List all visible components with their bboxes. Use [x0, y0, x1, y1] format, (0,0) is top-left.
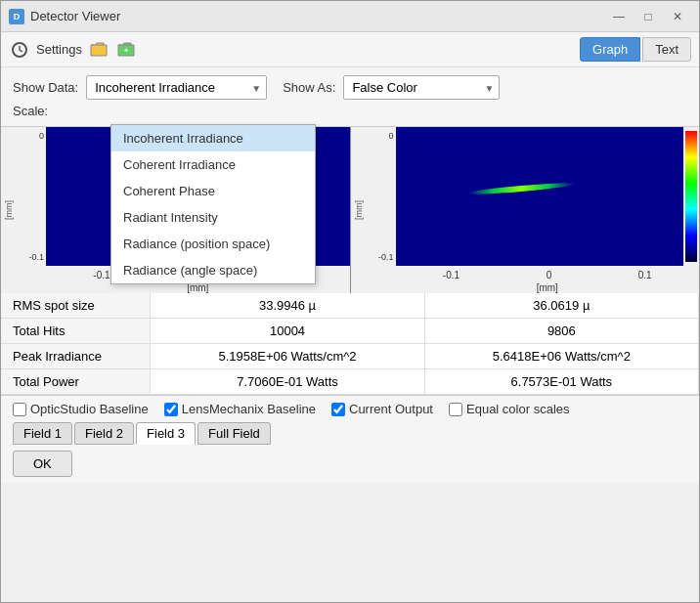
- right-y-ticks: 0 -0.1: [367, 127, 396, 266]
- graph-view-button[interactable]: Graph: [580, 37, 640, 62]
- show-data-select[interactable]: Incoherent Irradiance Coherent Irradianc…: [86, 75, 267, 100]
- bottom-area: OpticStudio Baseline LensMechanix Baseli…: [1, 395, 699, 483]
- show-data-menu: Incoherent Irradiance Coherent Irradianc…: [110, 124, 316, 284]
- row-col1: 5.1958E+06 Watts/cm^2: [151, 344, 424, 369]
- right-x-tick-1: 0: [547, 270, 552, 280]
- left-y-unit-label: [mm]: [1, 127, 17, 293]
- checkbox-optic-studio[interactable]: [13, 403, 26, 416]
- checkbox-group-optic-studio: OpticStudio Baseline: [13, 402, 149, 416]
- row-col1: 33.9946 µ: [151, 293, 424, 319]
- tab-field-3[interactable]: Field 3: [136, 422, 196, 445]
- right-chart-bg: [396, 127, 684, 266]
- right-y-tick-1: -0.1: [369, 252, 394, 262]
- right-x-ticks: -0.1 0 0.1: [396, 268, 700, 282]
- left-y-ticks: 0 -0.1: [17, 127, 46, 266]
- checkbox-label-lensmechanix: LensMechanix Baseline: [182, 402, 316, 416]
- settings-icon[interactable]: [9, 39, 30, 61]
- right-chart: [mm] 0 -0.1 -0.1: [351, 127, 700, 293]
- app-icon: D: [9, 9, 24, 24]
- right-y-tick-0: 0: [369, 131, 394, 141]
- close-button[interactable]: ✕: [664, 6, 691, 27]
- row-col2: 36.0619 µ: [424, 293, 698, 319]
- checkbox-group-lensmechanix: LensMechanix Baseline: [164, 402, 316, 416]
- menu-item-incoherent-irradiance[interactable]: Incoherent Irradiance: [111, 125, 315, 151]
- row-label: Total Power: [1, 369, 151, 395]
- show-as-select[interactable]: False Color: [343, 75, 500, 100]
- row-col2: 6.7573E-01 Watts: [424, 369, 698, 395]
- left-y-tick-1: -0.1: [19, 252, 44, 262]
- data-table: RMS spot size 33.9946 µ 36.0619 µ Total …: [1, 293, 699, 395]
- menu-item-radiance-position[interactable]: Radiance (position space): [111, 231, 315, 257]
- tab-field-1[interactable]: Field 1: [13, 422, 72, 445]
- table-row: Total Power 7.7060E-01 Watts 6.7573E-01 …: [1, 369, 699, 395]
- scale-row: Scale:: [13, 104, 687, 118]
- maximize-button[interactable]: □: [634, 6, 662, 27]
- checkbox-lensmechanix[interactable]: [164, 403, 178, 416]
- show-as-dropdown[interactable]: False Color ▼: [343, 75, 500, 100]
- checkbox-group-current-output: Current Output: [331, 402, 433, 416]
- show-data-group: Show Data: Incoherent Irradiance Coheren…: [13, 75, 267, 100]
- toolbar: Settings + Graph Text: [1, 32, 699, 67]
- row-col2: 9806: [424, 319, 698, 344]
- ok-button[interactable]: OK: [13, 451, 72, 477]
- tabs-row: Field 1Field 2Field 3Full Field: [13, 422, 687, 445]
- tabs-container: Field 1Field 2Field 3Full Field: [13, 422, 271, 445]
- settings-label: Settings: [36, 42, 82, 57]
- row-col2: 5.6418E+06 Watts/cm^2: [424, 344, 698, 369]
- right-colorbar: [685, 131, 697, 262]
- table-row: Total Hits 10004 9806: [1, 319, 699, 344]
- menu-item-coherent-phase[interactable]: Coherent Phase: [111, 178, 315, 204]
- checkbox-label-equal-color: Equal color scales: [466, 402, 570, 416]
- row-label: Peak Irradiance: [1, 344, 151, 369]
- window-controls: — □ ✕: [605, 6, 691, 27]
- charts-area: [mm] 0 -0.1 -0.1 0 0.1: [1, 127, 699, 293]
- show-data-label: Show Data:: [13, 80, 78, 95]
- left-x-tick-0: -0.1: [93, 270, 109, 280]
- view-toggle: Graph Text: [580, 37, 691, 62]
- scale-label: Scale:: [13, 104, 48, 118]
- svg-text:+: +: [124, 46, 129, 55]
- main-window: D Detector Viewer — □ ✕ Settings + Graph…: [0, 0, 700, 603]
- menu-item-coherent-irradiance[interactable]: Coherent Irradiance: [111, 151, 315, 178]
- show-as-label: Show As:: [283, 80, 335, 95]
- right-x-axis-area: -0.1 0 0.1 [mm]: [367, 266, 700, 293]
- window-title: Detector Viewer: [30, 9, 605, 23]
- folder-open-icon[interactable]: [88, 39, 109, 61]
- menu-item-radiance-angle[interactable]: Radiance (angle space): [111, 257, 315, 283]
- row-col1: 7.7060E-01 Watts: [151, 369, 424, 395]
- checkbox-equal-color[interactable]: [449, 403, 462, 416]
- show-as-group: Show As: False Color ▼: [283, 75, 500, 100]
- right-beam-spot: [467, 181, 575, 196]
- controls-area: Show Data: Incoherent Irradiance Coheren…: [1, 67, 699, 127]
- row-label: Total Hits: [1, 319, 151, 344]
- menu-item-radiant-intensity[interactable]: Radiant Intensity: [111, 204, 315, 231]
- row-label: RMS spot size: [1, 293, 151, 319]
- show-data-dropdown[interactable]: Incoherent Irradiance Coherent Irradianc…: [86, 75, 267, 100]
- checkbox-group-equal-color: Equal color scales: [449, 402, 570, 416]
- controls-row-1: Show Data: Incoherent Irradiance Coheren…: [13, 75, 687, 100]
- right-y-unit-label: [mm]: [351, 127, 367, 293]
- toolbar-left: Settings +: [9, 39, 574, 61]
- left-y-tick-0: 0: [19, 131, 44, 141]
- minimize-button[interactable]: —: [605, 6, 633, 27]
- checkboxes-container: OpticStudio Baseline LensMechanix Baseli…: [13, 402, 687, 416]
- right-x-tick-2: 0.1: [638, 270, 652, 280]
- tab-field-2[interactable]: Field 2: [74, 422, 134, 445]
- title-bar: D Detector Viewer — □ ✕: [1, 1, 699, 32]
- table-row: RMS spot size 33.9946 µ 36.0619 µ: [1, 293, 699, 319]
- text-view-button[interactable]: Text: [642, 37, 691, 62]
- right-x-unit-label: [mm]: [396, 282, 700, 293]
- checkbox-label-optic-studio: OpticStudio Baseline: [30, 402, 149, 416]
- folder-add-icon[interactable]: +: [115, 39, 137, 61]
- checkbox-current-output[interactable]: [331, 403, 345, 416]
- tab-full-field[interactable]: Full Field: [197, 422, 271, 445]
- checkboxes-row: OpticStudio Baseline LensMechanix Baseli…: [13, 402, 687, 416]
- checkbox-label-current-output: Current Output: [349, 402, 433, 416]
- data-table-container: RMS spot size 33.9946 µ 36.0619 µ Total …: [1, 293, 699, 395]
- right-x-tick-0: -0.1: [443, 270, 459, 280]
- row-col1: 10004: [151, 319, 424, 344]
- table-row: Peak Irradiance 5.1958E+06 Watts/cm^2 5.…: [1, 344, 699, 369]
